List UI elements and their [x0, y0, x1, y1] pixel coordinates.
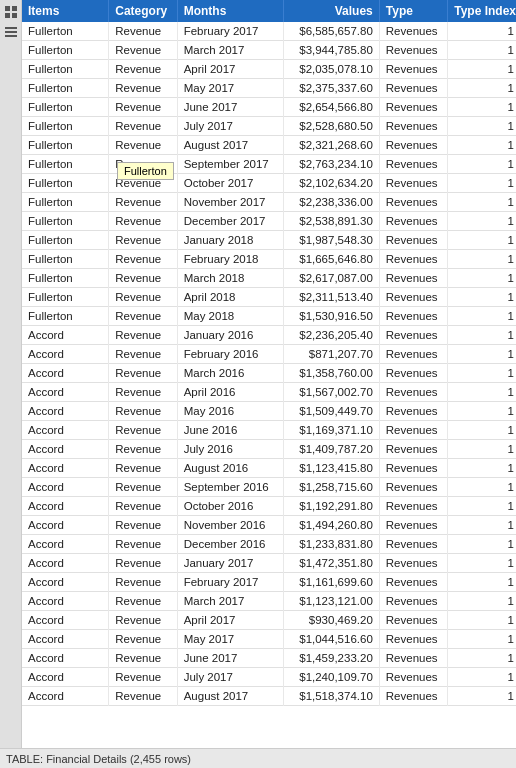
table-row: FullertonRevenueSeptember 2017$2,763,234…: [22, 155, 516, 174]
cell-type: Revenues: [379, 421, 447, 440]
cell-items: Accord: [22, 402, 109, 421]
cell-months: January 2016: [177, 326, 283, 345]
cell-type: Revenues: [379, 117, 447, 136]
col-header-type[interactable]: Type: [379, 0, 447, 22]
cell-items: Accord: [22, 459, 109, 478]
cell-category: Revenue: [109, 592, 177, 611]
cell-type: Revenues: [379, 630, 447, 649]
cell-type: Revenues: [379, 459, 447, 478]
cell-values: $1,169,371.10: [283, 421, 379, 440]
list-view-icon[interactable]: [3, 24, 19, 40]
cell-type: Revenues: [379, 592, 447, 611]
table-row: AccordRevenueAugust 2017$1,518,374.10Rev…: [22, 687, 516, 706]
cell-months: August 2017: [177, 687, 283, 706]
cell-category: Revenue: [109, 516, 177, 535]
cell-type: Revenues: [379, 516, 447, 535]
cell-values: $1,123,121.00: [283, 592, 379, 611]
cell-values: $1,123,415.80: [283, 459, 379, 478]
grid-view-icon[interactable]: [3, 4, 19, 20]
cell-typeindex: 1: [448, 41, 516, 60]
col-header-values[interactable]: Values: [283, 0, 379, 22]
cell-typeindex: 1: [448, 155, 516, 174]
cell-items: Accord: [22, 440, 109, 459]
cell-type: Revenues: [379, 79, 447, 98]
cell-type: Revenues: [379, 687, 447, 706]
cell-type: Revenues: [379, 136, 447, 155]
financial-table: Items Category Months Values Type Type I…: [22, 0, 516, 706]
cell-months: May 2016: [177, 402, 283, 421]
svg-rect-1: [12, 6, 17, 11]
cell-category: Revenue: [109, 573, 177, 592]
cell-months: March 2017: [177, 41, 283, 60]
table-row: FullertonRevenueApril 2017$2,035,078.10R…: [22, 60, 516, 79]
cell-values: $871,207.70: [283, 345, 379, 364]
cell-typeindex: 1: [448, 60, 516, 79]
cell-category: Revenue: [109, 383, 177, 402]
cell-months: June 2017: [177, 98, 283, 117]
cell-months: May 2017: [177, 630, 283, 649]
cell-items: Accord: [22, 326, 109, 345]
table-row: AccordRevenueJuly 2016$1,409,787.20Reven…: [22, 440, 516, 459]
cell-type: Revenues: [379, 250, 447, 269]
cell-category: Revenue: [109, 79, 177, 98]
cell-category: Revenue: [109, 326, 177, 345]
cell-items: Accord: [22, 478, 109, 497]
cell-category: Revenue: [109, 535, 177, 554]
col-header-category[interactable]: Category: [109, 0, 177, 22]
cell-months: August 2016: [177, 459, 283, 478]
cell-typeindex: 1: [448, 478, 516, 497]
cell-months: July 2016: [177, 440, 283, 459]
cell-typeindex: 1: [448, 535, 516, 554]
col-header-typeindex[interactable]: Type Index: [448, 0, 516, 22]
table-row: AccordRevenueFebruary 2016$871,207.70Rev…: [22, 345, 516, 364]
cell-values: $1,459,233.20: [283, 649, 379, 668]
cell-items: Accord: [22, 611, 109, 630]
table-row: FullertonRevenueOctober 2017$2,102,634.2…: [22, 174, 516, 193]
col-header-months[interactable]: Months: [177, 0, 283, 22]
table-row: AccordRevenueMarch 2017$1,123,121.00Reve…: [22, 592, 516, 611]
cell-items: Fullerton: [22, 155, 109, 174]
cell-type: Revenues: [379, 41, 447, 60]
cell-items: Accord: [22, 649, 109, 668]
cell-type: Revenues: [379, 649, 447, 668]
cell-months: January 2018: [177, 231, 283, 250]
cell-months: April 2017: [177, 60, 283, 79]
cell-typeindex: 1: [448, 497, 516, 516]
svg-rect-3: [12, 13, 17, 18]
cell-values: $2,375,337.60: [283, 79, 379, 98]
cell-typeindex: 1: [448, 136, 516, 155]
svg-rect-5: [5, 31, 17, 33]
cell-typeindex: 1: [448, 383, 516, 402]
cell-items: Fullerton: [22, 174, 109, 193]
cell-months: July 2017: [177, 117, 283, 136]
cell-type: Revenues: [379, 383, 447, 402]
cell-items: Fullerton: [22, 250, 109, 269]
cell-values: $1,494,260.80: [283, 516, 379, 535]
cell-values: $2,617,087.00: [283, 269, 379, 288]
cell-items: Fullerton: [22, 60, 109, 79]
table-row: FullertonRevenueJuly 2017$2,528,680.50Re…: [22, 117, 516, 136]
col-header-items[interactable]: Items: [22, 0, 109, 22]
cell-typeindex: 1: [448, 554, 516, 573]
cell-typeindex: 1: [448, 345, 516, 364]
cell-typeindex: 1: [448, 402, 516, 421]
svg-rect-6: [5, 35, 17, 37]
cell-values: $1,233,831.80: [283, 535, 379, 554]
table-row: FullertonRevenueFebruary 2018$1,665,646.…: [22, 250, 516, 269]
svg-rect-4: [5, 27, 17, 29]
cell-items: Accord: [22, 535, 109, 554]
cell-values: $2,654,566.80: [283, 98, 379, 117]
table-row: FullertonRevenueMarch 2017$3,944,785.80R…: [22, 41, 516, 60]
cell-months: November 2016: [177, 516, 283, 535]
cell-category: Revenue: [109, 554, 177, 573]
cell-items: Fullerton: [22, 98, 109, 117]
table-wrapper[interactable]: Items Category Months Values Type Type I…: [22, 0, 516, 748]
cell-typeindex: 1: [448, 212, 516, 231]
cell-items: Accord: [22, 383, 109, 402]
cell-values: $1,192,291.80: [283, 497, 379, 516]
cell-values: $1,530,916.50: [283, 307, 379, 326]
cell-items: Accord: [22, 554, 109, 573]
cell-category: Revenue: [109, 250, 177, 269]
cell-category: Revenue: [109, 402, 177, 421]
cell-values: $1,044,516.60: [283, 630, 379, 649]
